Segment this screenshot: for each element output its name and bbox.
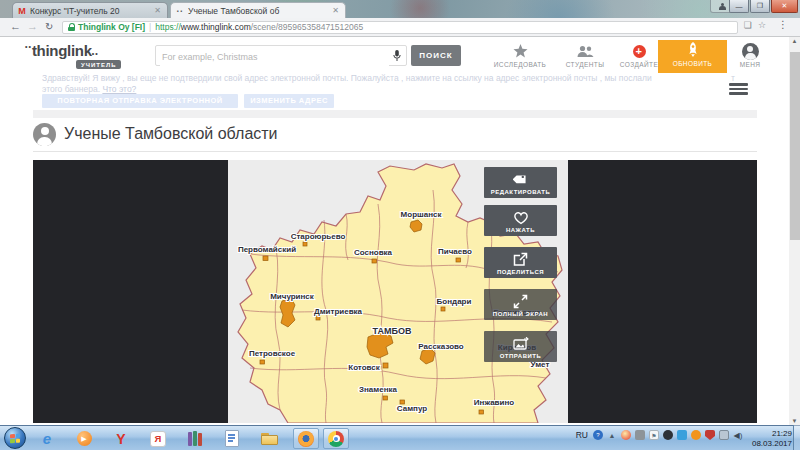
city-marker	[260, 360, 265, 364]
scroll-up-arrow-icon[interactable]: ▲	[789, 38, 800, 44]
city-label: Инжавино	[474, 398, 514, 407]
clock-date: 08.03.2017	[752, 439, 792, 449]
search-input[interactable]	[160, 47, 389, 66]
volume-tray-icon[interactable]: ◀)	[733, 430, 743, 440]
city-label: Петровское	[249, 349, 296, 358]
send-button[interactable]: ОТПРАВИТЬ	[484, 331, 557, 362]
nav-create[interactable]: + СОЗДАЙТЕ	[614, 43, 664, 68]
what-is-this-link[interactable]: Что это?	[102, 84, 136, 94]
address-bar[interactable]: Thinglink Oy [FI] | https://www.thinglin…	[62, 21, 738, 34]
orange-tray-icon[interactable]	[691, 430, 701, 440]
tag-icon	[513, 172, 528, 187]
microphone-icon[interactable]	[393, 50, 401, 62]
city-marker	[441, 307, 445, 311]
nav-label: ИССЛЕДОВАТЬ	[486, 61, 554, 68]
help-tray-icon[interactable]: ?	[593, 430, 603, 440]
logo-dots: ••	[25, 43, 32, 50]
section-divider-strip	[33, 110, 757, 118]
thinglink-logo[interactable]: ••thinglink••	[25, 42, 99, 59]
thinglink-page: ••thinglink•• УЧИТЕЛЬ ПОИСК ИССЛЕДОВАТЬ …	[0, 37, 789, 425]
overlay-button-label: ПОЛНЫЙ ЭКРАН	[484, 309, 557, 320]
resend-email-button[interactable]: ПОВТОРНАЯ ОТПРАВКА ЭЛЕКТРОННОЙ ПОЧТЫ	[42, 94, 238, 108]
tab-close-icon[interactable]: ✕	[152, 6, 163, 15]
agent-tray-icon[interactable]	[635, 430, 645, 440]
search-button[interactable]: ПОИСК	[411, 45, 461, 66]
maximize-button[interactable]: ❐	[750, 0, 770, 13]
scene-author-avatar[interactable]	[33, 123, 56, 146]
explorer-folder-icon[interactable]	[256, 428, 282, 449]
url-path: /scene/895965358471512065	[251, 22, 364, 32]
network-tray-icon[interactable]	[719, 430, 729, 440]
hidden-icons-arrow[interactable]: ▲	[607, 430, 617, 440]
close-button[interactable]: ✕	[771, 0, 798, 13]
city-marker	[263, 256, 268, 261]
profile-avatar-icon	[742, 43, 759, 60]
nav-upgrade[interactable]: ОБНОВИТЬ	[658, 40, 727, 73]
antivirus-tray-icon[interactable]	[621, 430, 631, 440]
shield-tray-icon[interactable]	[705, 430, 715, 440]
gmail-icon: M	[17, 6, 27, 16]
browser-tab-thinglink[interactable]: ∙∙ Ученые Тамбовской об ✕	[170, 2, 346, 18]
taskbar-pinned-apps: e ▶ Y Я	[34, 428, 353, 449]
city-label: Моршанск	[401, 210, 443, 219]
students-icon	[577, 45, 594, 58]
tab-title: Конкурс "IT-учитель 20	[30, 6, 149, 16]
nav-students[interactable]: СТУДЕНТЫ	[556, 43, 614, 68]
overlay-button-label: НАЖАТЬ	[484, 225, 557, 236]
fullscreen-button[interactable]: ПОЛНЫЙ ЭКРАН	[484, 289, 557, 320]
word-document-icon[interactable]	[219, 428, 245, 449]
flag-tray-icon[interactable]: ⚑	[649, 430, 659, 440]
city-marker	[303, 242, 307, 246]
back-button[interactable]: ←	[10, 21, 21, 32]
firefox-icon[interactable]	[293, 428, 319, 449]
teacher-badge: УЧИТЕЛЬ	[76, 60, 121, 69]
city-label: ТАМБОВ	[373, 326, 412, 336]
change-address-button[interactable]: ИЗМЕНИТЬ АДРЕС	[244, 94, 334, 108]
scene-media-panel: Моршанск Староюрьево Первомайский Соснов…	[33, 160, 757, 423]
scroll-down-arrow-icon[interactable]: ▼	[789, 418, 800, 424]
city-label: Пичаево	[438, 247, 472, 256]
nav-label: СТУДЕНТЫ	[556, 61, 614, 68]
bookmark-star-icon[interactable]: ☆	[758, 20, 766, 30]
like-button[interactable]: НАЖАТЬ	[484, 205, 557, 236]
share-button[interactable]: ПОДЕЛИТЬСЯ	[484, 247, 557, 278]
scene-title: Ученые Тамбовской области	[64, 125, 278, 143]
address-separator: |	[149, 22, 151, 32]
hamburger-menu-icon[interactable]	[729, 83, 748, 96]
blue-tray-icon[interactable]	[677, 430, 687, 440]
ev-certificate-label[interactable]: Thinglink Oy [FI]	[78, 22, 145, 32]
translate-icon[interactable]: ❏	[744, 20, 752, 30]
internet-explorer-icon[interactable]: e	[34, 428, 60, 449]
media-player-icon[interactable]: ▶	[71, 428, 97, 449]
edit-button[interactable]: РЕДАКТИРОВАТЬ	[484, 167, 557, 198]
page-scrollbar[interactable]: ▲ ▼	[789, 37, 800, 425]
reload-button[interactable]: ↻	[45, 21, 53, 32]
forward-button[interactable]: →	[27, 21, 38, 32]
winrar-icon[interactable]	[182, 428, 208, 449]
browser-tab-gmail[interactable]: M Конкурс "IT-учитель 20 ✕	[12, 2, 168, 18]
chrome-menu-icon[interactable]: ⋮	[778, 19, 788, 30]
yandex-icon[interactable]: Я	[145, 428, 171, 449]
scrollbar-thumb[interactable]	[790, 52, 800, 240]
thinglink-icon: ∙∙	[175, 6, 185, 16]
yandex-browser-icon[interactable]: Y	[108, 428, 134, 449]
city-label: Староюрьево	[291, 232, 346, 241]
nav-explore[interactable]: ИССЛЕДОВАТЬ	[486, 43, 554, 68]
nav-me[interactable]: МЕНЯ	[729, 43, 771, 68]
overlay-button-label: ПОДЕЛИТЬСЯ	[484, 267, 557, 278]
overlay-button-label: ОТПРАВИТЬ	[484, 351, 557, 362]
title-divider	[33, 151, 757, 152]
taskbar-clock[interactable]: 21:29 08.03.2017	[752, 429, 792, 448]
city-label: Котовск	[348, 363, 380, 372]
show-desktop-button[interactable]	[793, 425, 800, 450]
chrome-icon[interactable]	[323, 428, 349, 449]
start-button[interactable]	[4, 427, 26, 449]
heart-icon	[513, 211, 529, 225]
minimize-button[interactable]: —	[729, 0, 749, 13]
email-confirm-banner-text-tail: т	[731, 73, 735, 83]
window-controls: — ❐ ✕	[728, 0, 798, 13]
language-indicator[interactable]: RU	[576, 430, 588, 440]
tab-close-icon[interactable]: ✕	[330, 6, 341, 15]
app-tray-icon[interactable]	[663, 430, 673, 440]
city-marker	[479, 410, 484, 414]
